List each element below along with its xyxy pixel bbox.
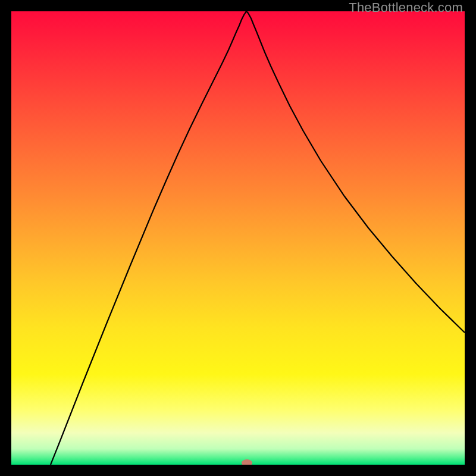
chart-frame <box>11 11 465 465</box>
bottleneck-chart <box>11 11 465 465</box>
chart-background <box>11 11 465 465</box>
watermark-text: TheBottleneck.com <box>349 0 463 15</box>
